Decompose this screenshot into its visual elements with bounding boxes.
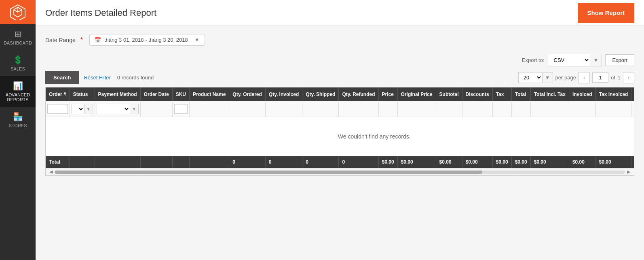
total-label: Total (46, 156, 70, 168)
date-range-label: Date Range (45, 37, 76, 43)
date-range-picker[interactable]: 📅 tháng 3 01, 2018 - tháng 3 20, 2018 ▼ (89, 34, 205, 46)
total-discounts: $0.00 (462, 156, 492, 168)
filter-payment-method-arrow[interactable]: ▼ (130, 104, 138, 114)
col-sku: SKU (172, 87, 189, 101)
filter-qty-invoiced (265, 101, 302, 117)
filter-tax-invoiced (595, 101, 631, 117)
total-original-price: $0.00 (397, 156, 436, 168)
filter-original-price (397, 101, 436, 117)
filter-status-select[interactable] (72, 104, 84, 114)
per-page-dropdown-icon[interactable]: ▼ (542, 72, 553, 83)
filter-status: ▼ (70, 101, 95, 117)
scroll-right-button[interactable]: ▶ (625, 168, 632, 176)
show-report-button[interactable]: Show Report (578, 3, 635, 23)
col-tax: Tax (492, 87, 511, 101)
sidebar-item-sales-label: SALES (11, 66, 25, 71)
svg-line-3 (18, 10, 22, 12)
filter-qty-refunded (339, 101, 378, 117)
total-tax: $0.00 (492, 156, 511, 168)
dashboard-icon: ⊞ (15, 29, 21, 39)
next-page-button[interactable]: › (623, 72, 634, 83)
filter-tax (492, 101, 511, 117)
total-price: $0.00 (378, 156, 397, 168)
toolbar-row: Search Reset Filter 0 records found 20 3… (45, 71, 634, 84)
sidebar: ⊞ DASHBOARD 💲 SALES 📊 ADVANCED REPORTS 🏪… (0, 0, 36, 260)
filter-order-num-input[interactable] (47, 104, 68, 114)
filter-invoiced-incl-tax (631, 101, 634, 117)
filter-payment-method-select[interactable] (97, 104, 130, 114)
total-qty-shipped: 0 (302, 156, 339, 168)
col-invoiced-incl-tax: Invoiced Incl. Tax (631, 87, 634, 101)
filter-status-arrow[interactable]: ▼ (84, 104, 93, 114)
filter-sku-input[interactable] (174, 104, 188, 114)
sidebar-item-dashboard[interactable]: ⊞ DASHBOARD (0, 24, 36, 50)
total-qty-invoiced: 0 (265, 156, 302, 168)
col-qty-shipped: Qty. Shipped (302, 87, 339, 101)
filter-qty-ordered (229, 101, 265, 117)
page-total: 1 (618, 75, 621, 81)
col-discounts: Discounts (462, 87, 492, 101)
sales-icon: 💲 (13, 55, 23, 65)
sidebar-item-sales[interactable]: 💲 SALES (0, 50, 36, 76)
col-status: Status (70, 87, 95, 101)
advanced-reports-icon: 📊 (13, 81, 23, 91)
col-order-date: Order Date (140, 87, 172, 101)
filter-price (378, 101, 397, 117)
sidebar-logo (0, 0, 36, 24)
page-number-input[interactable] (592, 72, 608, 83)
total-sku (172, 156, 189, 168)
col-payment-method: Payment Method (95, 87, 140, 101)
col-price: Price (378, 87, 397, 101)
filter-row: ▼ ▼ (46, 101, 634, 117)
col-total-incl-tax: Total Incl. Tax (530, 87, 569, 101)
total-subtotal: $0.00 (436, 156, 462, 168)
filter-payment-method: ▼ (95, 101, 140, 117)
export-format-wrapper: CSV Excel XML ▼ (548, 54, 602, 66)
scrollbar-thumb[interactable] (55, 170, 482, 174)
export-format-dropdown-icon[interactable]: ▼ (590, 54, 602, 66)
filter-total-incl-tax (530, 101, 569, 117)
export-label: Export to: (522, 57, 545, 63)
table-header-row: Order # Status Payment Method Order Date… (46, 87, 634, 101)
data-table: Order # Status Payment Method Order Date… (46, 87, 634, 168)
scrollbar-track[interactable] (55, 170, 625, 174)
reset-filter-link[interactable]: Reset Filter (84, 75, 110, 81)
sidebar-item-stores[interactable]: 🏪 STORES (0, 107, 36, 133)
sidebar-item-advanced-reports[interactable]: 📊 ADVANCED REPORTS (0, 76, 36, 107)
col-qty-ordered: Qty. Ordered (229, 87, 265, 101)
total-tax-invoiced: $0.00 (595, 156, 631, 168)
total-total: $0.00 (511, 156, 530, 168)
empty-message: We couldn't find any records. (46, 117, 634, 156)
col-tax-invoiced: Tax Invoiced (595, 87, 631, 101)
page-of-label: of (611, 75, 615, 81)
export-button[interactable]: Export (605, 54, 634, 66)
per-page-wrapper: 20 30 50 100 ▼ (518, 72, 553, 83)
col-qty-refunded: Qty. Refunded (339, 87, 378, 101)
chevron-down-icon: ▼ (194, 37, 200, 43)
empty-message-row: We couldn't find any records. (46, 117, 634, 156)
filter-invoiced (569, 101, 595, 117)
sidebar-item-advanced-reports-label: ADVANCED REPORTS (2, 92, 33, 102)
search-button[interactable]: Search (45, 71, 79, 84)
filter-product-name (189, 101, 229, 117)
total-row: Total 0 0 0 0 $0.00 $0.00 $0.00 $0.00 (46, 156, 634, 168)
total-invoiced-incl-tax: $0.00 (631, 156, 634, 168)
filter-qty-shipped (302, 101, 339, 117)
col-invoiced: Invoiced (569, 87, 595, 101)
filter-total (511, 101, 530, 117)
scroll-left-button[interactable]: ◀ (47, 168, 55, 176)
sidebar-item-dashboard-label: DASHBOARD (4, 40, 32, 45)
col-order-num: Order # (46, 87, 70, 101)
date-range-section: Date Range * 📅 tháng 3 01, 2018 - tháng … (45, 34, 634, 46)
total-status (70, 156, 95, 168)
page-header: Order Items Detailed Report Show Report (36, 0, 644, 26)
calendar-icon: 📅 (95, 37, 101, 43)
total-qty-refunded: 0 (339, 156, 378, 168)
horizontal-scrollbar[interactable]: ◀ ▶ (46, 168, 634, 175)
filter-subtotal (436, 101, 462, 117)
per-page-select[interactable]: 20 30 50 100 (519, 72, 542, 83)
prev-page-button[interactable]: ‹ (579, 72, 590, 83)
content-area: Date Range * 📅 tháng 3 01, 2018 - tháng … (36, 26, 644, 260)
per-page-label: per page (555, 75, 576, 81)
export-format-select[interactable]: CSV Excel XML (548, 54, 590, 66)
